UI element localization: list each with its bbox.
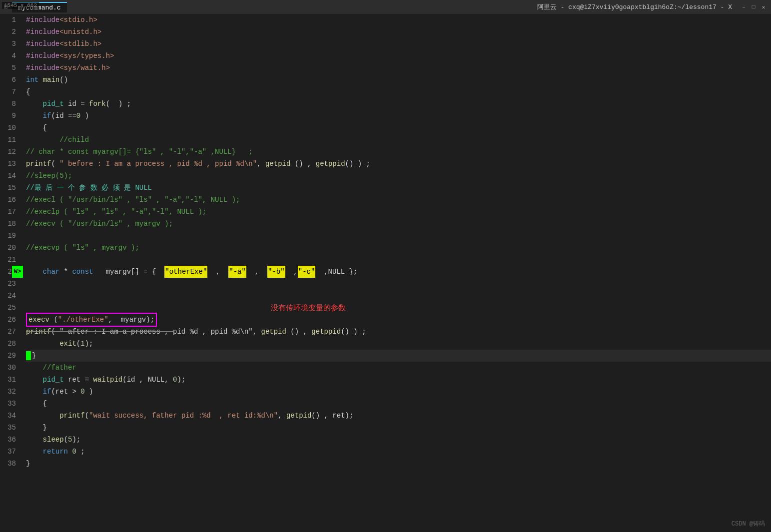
code-line-38: } bbox=[26, 458, 771, 470]
size-indicator: 1545 × 662 bbox=[2, 2, 39, 9]
code-line-24 bbox=[26, 290, 771, 302]
code-area: #include<stdio.h> #include<unistd.h> #in… bbox=[20, 14, 771, 532]
code-line-4: #include<sys/types.h> bbox=[26, 50, 771, 62]
ln-30: 30 bbox=[0, 362, 20, 374]
hl-otherexe: "otherExe" bbox=[164, 266, 207, 278]
minimize-button[interactable]: － bbox=[740, 3, 747, 10]
ln-5: 5 bbox=[0, 62, 20, 74]
code-line-10: { bbox=[26, 122, 771, 134]
code-line-34: printf("wait success, father pid :%d , r… bbox=[26, 410, 771, 422]
ln-35: 35 bbox=[0, 422, 20, 434]
strikethrough-printf: printf( " after : I am a process , bbox=[26, 326, 173, 338]
hl-a: "-a" bbox=[228, 266, 246, 278]
code-line-1: #include<stdio.h> bbox=[26, 14, 771, 26]
ln-23: 23 bbox=[0, 278, 20, 290]
ln-25: 25 bbox=[0, 302, 20, 314]
ln-14: 14 bbox=[0, 170, 20, 182]
ln-36: 36 bbox=[0, 434, 20, 446]
ln-28: 28 bbox=[0, 338, 20, 350]
ln-24: 24 bbox=[0, 290, 20, 302]
ln-8: 8 bbox=[0, 98, 20, 110]
ln-13: 13 bbox=[0, 158, 20, 170]
code-line-5: #include<sys/wait.h> bbox=[26, 62, 771, 74]
restore-button[interactable]: □ bbox=[750, 3, 757, 10]
ln-20: 20 bbox=[0, 242, 20, 254]
code-line-23 bbox=[26, 278, 771, 290]
code-line-26: execv ("./otherExe", myargv); bbox=[26, 314, 771, 326]
code-line-12: // char * const myargv[]= {"ls" , "-l","… bbox=[26, 146, 771, 158]
ln-27: 27 bbox=[0, 326, 20, 338]
pink-box-execv: execv ("./otherExe", myargv); bbox=[26, 313, 157, 327]
cursor-block bbox=[26, 351, 31, 360]
ln-3: 3 bbox=[0, 38, 20, 50]
ln-17: 17 bbox=[0, 206, 20, 218]
ln-19: 19 bbox=[0, 230, 20, 242]
w-marker: W> bbox=[12, 266, 23, 278]
code-line-18: //execv ( "/usr/bin/ls" , myargv ); bbox=[26, 218, 771, 230]
watermark: CSDN @铸码 bbox=[732, 520, 765, 528]
editor-area: 1 2 3 4 5 6 7 8 9 10 11 12 13 14 15 16 1… bbox=[0, 14, 771, 532]
ln-7: 7 bbox=[0, 86, 20, 98]
code-line-28: exit(1); bbox=[26, 338, 771, 350]
code-line-6: int main() bbox=[26, 74, 771, 86]
code-line-36: sleep(5); bbox=[26, 434, 771, 446]
code-line-7: { bbox=[26, 86, 771, 98]
code-line-2: #include<unistd.h> bbox=[26, 26, 771, 38]
ln-15: 15 bbox=[0, 182, 20, 194]
ln-34: 34 bbox=[0, 410, 20, 422]
window-title: 阿里云 - cxq@iZ7xviiy0goapxtblgih6oZ:~/less… bbox=[537, 2, 732, 11]
code-line-33: { bbox=[26, 398, 771, 410]
code-line-32: if(ret > 0 ) bbox=[26, 386, 771, 398]
close-button[interactable]: ✕ bbox=[760, 3, 767, 10]
ln-32: 32 bbox=[0, 386, 20, 398]
window-controls: － □ ✕ bbox=[740, 3, 767, 10]
ln-29: 29 bbox=[0, 350, 20, 362]
hl-b: "-b" bbox=[267, 266, 285, 278]
code-line-31: pid_t ret = waitpid(id , NULL, 0); bbox=[26, 374, 771, 386]
annotation-no-env: 没有传环境变量的参数 bbox=[271, 302, 346, 314]
code-line-11: //child bbox=[26, 134, 771, 146]
ln-37: 37 bbox=[0, 446, 20, 458]
ln-11: 11 bbox=[0, 134, 20, 146]
code-line-21 bbox=[26, 254, 771, 266]
ln-31: 31 bbox=[0, 374, 20, 386]
ln-2: 2 bbox=[0, 26, 20, 38]
code-line-13: printf( " before : I am a process , pid … bbox=[26, 158, 771, 170]
code-line-3: #include<stdlib.h> bbox=[26, 38, 771, 50]
ln-33: 33 bbox=[0, 398, 20, 410]
code-line-29: } bbox=[26, 350, 771, 362]
code-line-20: //execvp ( "ls" , myargv ); bbox=[26, 242, 771, 254]
code-line-35: } bbox=[26, 422, 771, 434]
code-line-30: //father bbox=[26, 362, 771, 374]
code-line-19 bbox=[26, 230, 771, 242]
code-line-16: //execl ( "/usr/bin/ls" , "ls" , "-a","-… bbox=[26, 194, 771, 206]
ln-16: 16 bbox=[0, 194, 20, 206]
code-line-17: //execlp ( "ls" , "ls" , "-a","-l", NULL… bbox=[26, 206, 771, 218]
code-line-37: return 0 ; bbox=[26, 446, 771, 458]
ln-38: 38 bbox=[0, 458, 20, 470]
ln-9: 9 bbox=[0, 110, 20, 122]
ln-21: 21 bbox=[0, 254, 20, 266]
code-line-14: //sleep(5); bbox=[26, 170, 771, 182]
ln-4: 4 bbox=[0, 50, 20, 62]
code-line-25: 没有传环境变量的参数 bbox=[26, 302, 771, 314]
ln-10: 10 bbox=[0, 122, 20, 134]
code-line-9: if(id ==0 ) bbox=[26, 110, 771, 122]
code-line-8: pid_t id = fork( ) ; bbox=[26, 98, 771, 110]
code-line-15: //最 后 一 个 参 数 必 须 是 NULL bbox=[26, 182, 771, 194]
ln-26: 26 bbox=[0, 314, 20, 326]
code-line-22: W> char * const myargv[] = { "otherExe" … bbox=[26, 266, 771, 278]
ln-12: 12 bbox=[0, 146, 20, 158]
title-bar: ⊞ mycommand.c 阿里云 - cxq@iZ7xviiy0goapxtb… bbox=[0, 0, 771, 14]
ln-6: 6 bbox=[0, 74, 20, 86]
code-line-27: printf( " after : I am a process , pid %… bbox=[26, 326, 771, 338]
hl-c: "-c" bbox=[298, 266, 316, 278]
ln-18: 18 bbox=[0, 218, 20, 230]
ln-1: 1 bbox=[0, 14, 20, 26]
title-bar-right: 阿里云 - cxq@iZ7xviiy0goapxtblgih6oZ:~/less… bbox=[537, 2, 767, 11]
